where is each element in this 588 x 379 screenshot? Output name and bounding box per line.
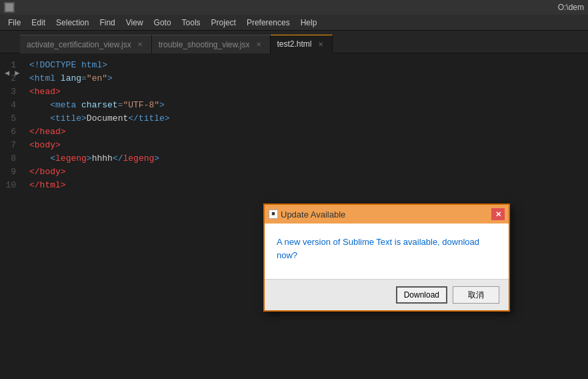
menu-find[interactable]: Find	[94, 17, 120, 29]
tab-label: activate_certification_view.jsx	[27, 40, 131, 49]
menu-goto[interactable]: Goto	[149, 17, 177, 29]
tab-prev-arrow[interactable]: ◀	[3, 67, 11, 79]
tab-trouble-shooting[interactable]: trouble_shooting_view.jsx ✕	[152, 35, 271, 53]
line-num-3: 3	[3, 85, 21, 99]
line-num-5: 5	[3, 112, 21, 125]
svg-rect-0	[5, 3, 13, 11]
tab-close-trouble[interactable]: ✕	[254, 40, 263, 49]
download-button[interactable]: Download	[396, 286, 447, 304]
tab-label: test2.html	[277, 39, 312, 49]
dialog-message: A new version of Sublime Text is availab…	[277, 236, 497, 262]
tab-activate-certification[interactable]: activate_certification_view.jsx ✕	[20, 35, 152, 53]
dialog-footer: Download 取消	[265, 279, 509, 310]
cancel-button[interactable]: 取消	[453, 286, 499, 304]
dialog-body: A new version of Sublime Text is availab…	[265, 224, 509, 279]
title-bar: O:\dem	[0, 0, 588, 15]
line-num-4: 4	[3, 99, 21, 112]
tab-close-activate[interactable]: ✕	[135, 40, 145, 49]
tab-close-test2[interactable]: ✕	[316, 39, 325, 49]
tab-nav-arrows: ◀ ▶	[0, 61, 24, 84]
title-bar-text: O:\dem	[558, 3, 584, 12]
menu-bar: File Edit Selection Find View Goto Tools…	[0, 15, 588, 31]
dialog-close-button[interactable]: ✕	[491, 208, 505, 220]
menu-view[interactable]: View	[121, 17, 149, 29]
menu-tools[interactable]: Tools	[177, 17, 206, 29]
dialog-titlebar: ■ Update Available ✕	[265, 205, 509, 224]
menu-preferences[interactable]: Preferences	[241, 17, 295, 29]
tab-test2[interactable]: test2.html ✕	[271, 35, 333, 53]
menu-project[interactable]: Project	[206, 17, 241, 29]
tab-label: trouble_shooting_view.jsx	[159, 40, 250, 49]
menu-file[interactable]: File	[3, 17, 26, 29]
line-num-8: 8	[3, 152, 21, 165]
menu-help[interactable]: Help	[295, 17, 323, 29]
menu-edit[interactable]: Edit	[26, 17, 51, 29]
line-num-6: 6	[3, 125, 21, 139]
app-icon	[4, 2, 15, 13]
update-dialog: ■ Update Available ✕ A new version of Su…	[263, 204, 510, 312]
tab-bar: ◀ ▶ activate_certification_view.jsx ✕ tr…	[0, 31, 588, 53]
tab-next-arrow[interactable]: ▶	[13, 67, 21, 79]
line-num-10: 10	[3, 179, 21, 192]
menu-selection[interactable]: Selection	[51, 17, 94, 29]
dialog-title-left: ■ Update Available	[269, 210, 345, 220]
line-num-7: 7	[3, 139, 21, 152]
dialog-title: Update Available	[281, 210, 345, 220]
line-num-9: 9	[3, 165, 21, 179]
title-bar-left	[4, 2, 15, 13]
dialog-app-icon: ■	[269, 210, 278, 219]
line-numbers: 1 2 3 4 5 6 7 8 9 10	[0, 53, 24, 379]
